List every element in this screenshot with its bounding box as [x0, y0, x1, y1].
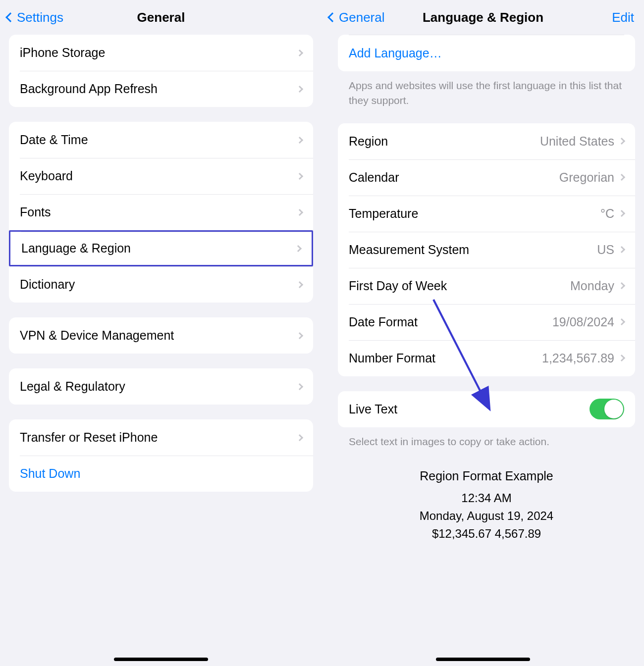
row-fonts[interactable]: Fonts [9, 194, 313, 230]
row-label: Transfer or Reset iPhone [20, 430, 297, 445]
navbar-language-region: General Language & Region Edit [322, 0, 644, 35]
group-legal: Legal & Regulatory [9, 368, 313, 405]
navbar-general: Settings General [0, 0, 322, 35]
chevron-left-icon [5, 12, 15, 22]
general-settings-pane: Settings General iPhone Storage Backgrou… [0, 0, 322, 666]
group-reset: Transfer or Reset iPhone Shut Down [9, 419, 313, 492]
chevron-right-icon [296, 172, 303, 179]
page-title: Language & Region [423, 10, 543, 25]
back-to-general-button[interactable]: General [329, 10, 385, 25]
chevron-right-icon [618, 210, 625, 217]
toggle-knob [604, 400, 623, 418]
home-indicator[interactable] [436, 658, 530, 661]
row-shut-down[interactable]: Shut Down [9, 456, 313, 492]
example-currency: $12,345.67 4,567.89 [338, 527, 635, 541]
chevron-right-icon [296, 332, 303, 339]
chevron-right-icon [618, 174, 625, 181]
live-text-toggle[interactable] [590, 399, 624, 419]
group-languages: Add Language… [338, 35, 635, 71]
row-live-text[interactable]: Live Text [338, 391, 635, 427]
chevron-right-icon [618, 246, 625, 253]
row-region[interactable]: Region United States [338, 123, 635, 159]
back-label: Settings [17, 10, 63, 25]
chevron-right-icon [296, 208, 303, 215]
row-calendar[interactable]: Calendar Gregorian [338, 159, 635, 196]
row-value: Monday [570, 279, 614, 293]
chevron-right-icon [296, 281, 303, 288]
row-iphone-storage[interactable]: iPhone Storage [9, 35, 313, 71]
row-label: Live Text [349, 402, 590, 416]
row-value: °C [600, 206, 614, 221]
chevron-right-icon [296, 49, 303, 56]
row-value: 1,234,567.89 [542, 351, 614, 365]
row-label: iPhone Storage [20, 46, 297, 60]
row-value: United States [540, 134, 614, 149]
row-label: Temperature [349, 206, 600, 221]
chevron-right-icon [618, 318, 625, 325]
row-label: Legal & Regulatory [20, 379, 297, 394]
row-value: Gregorian [559, 170, 614, 185]
group-vpn: VPN & Device Management [9, 317, 313, 354]
region-format-example: Region Format Example 12:34 AM Monday, A… [338, 469, 635, 541]
row-add-language[interactable]: Add Language… [338, 35, 635, 71]
row-label: Fonts [20, 205, 297, 219]
back-label: General [339, 10, 385, 25]
group-region-settings: Region United States Calendar Gregorian … [338, 123, 635, 376]
chevron-right-icon [295, 245, 302, 252]
language-region-pane: General Language & Region Edit Add Langu… [322, 0, 644, 666]
row-label: Date Format [349, 315, 552, 329]
row-value: 19/08/2024 [552, 315, 614, 329]
add-language-link: Add Language… [349, 46, 624, 60]
row-label: Keyboard [20, 169, 297, 183]
row-dictionary[interactable]: Dictionary [9, 266, 313, 303]
row-label: Calendar [349, 170, 559, 185]
row-first-day-of-week[interactable]: First Day of Week Monday [338, 268, 635, 304]
group-live-text: Live Text [338, 391, 635, 427]
page-title: General [137, 10, 185, 25]
row-vpn-device-management[interactable]: VPN & Device Management [9, 317, 313, 354]
row-label: VPN & Device Management [20, 328, 297, 343]
row-keyboard[interactable]: Keyboard [9, 158, 313, 194]
chevron-right-icon [296, 85, 303, 92]
chevron-right-icon [296, 434, 303, 441]
example-date: Monday, August 19, 2024 [338, 509, 635, 523]
edit-button[interactable]: Edit [612, 10, 634, 25]
chevron-right-icon [618, 282, 625, 289]
row-label: Shut Down [20, 466, 302, 481]
row-background-app-refresh[interactable]: Background App Refresh [9, 71, 313, 107]
live-text-footer: Select text in images to copy or take ac… [338, 427, 635, 449]
row-label: Background App Refresh [20, 82, 297, 96]
row-value: US [597, 243, 614, 257]
group-storage: iPhone Storage Background App Refresh [9, 35, 313, 107]
chevron-left-icon [327, 12, 337, 22]
row-label: Date & Time [20, 133, 297, 147]
row-language-region[interactable]: Language & Region [9, 230, 313, 266]
row-number-format[interactable]: Number Format 1,234,567.89 [338, 340, 635, 376]
row-transfer-reset[interactable]: Transfer or Reset iPhone [9, 419, 313, 456]
chevron-right-icon [618, 138, 625, 145]
row-label: First Day of Week [349, 279, 570, 293]
row-label: Region [349, 134, 540, 149]
row-label: Measurement System [349, 243, 597, 257]
example-time: 12:34 AM [338, 491, 635, 505]
row-label: Language & Region [21, 241, 296, 256]
example-title: Region Format Example [338, 469, 635, 483]
row-label: Dictionary [20, 277, 297, 292]
row-temperature[interactable]: Temperature °C [338, 196, 635, 232]
row-label: Number Format [349, 351, 542, 365]
chevron-right-icon [618, 355, 625, 361]
back-to-settings-button[interactable]: Settings [7, 10, 63, 25]
row-date-format[interactable]: Date Format 19/08/2024 [338, 304, 635, 340]
languages-footer: Apps and websites will use the first lan… [338, 71, 635, 108]
row-legal-regulatory[interactable]: Legal & Regulatory [9, 368, 313, 405]
group-keyboard-lang: Date & Time Keyboard Fonts Language & Re… [9, 122, 313, 303]
chevron-right-icon [296, 383, 303, 390]
row-measurement-system[interactable]: Measurement System US [338, 232, 635, 268]
chevron-right-icon [296, 136, 303, 143]
row-date-time[interactable]: Date & Time [9, 122, 313, 158]
home-indicator[interactable] [114, 658, 208, 661]
